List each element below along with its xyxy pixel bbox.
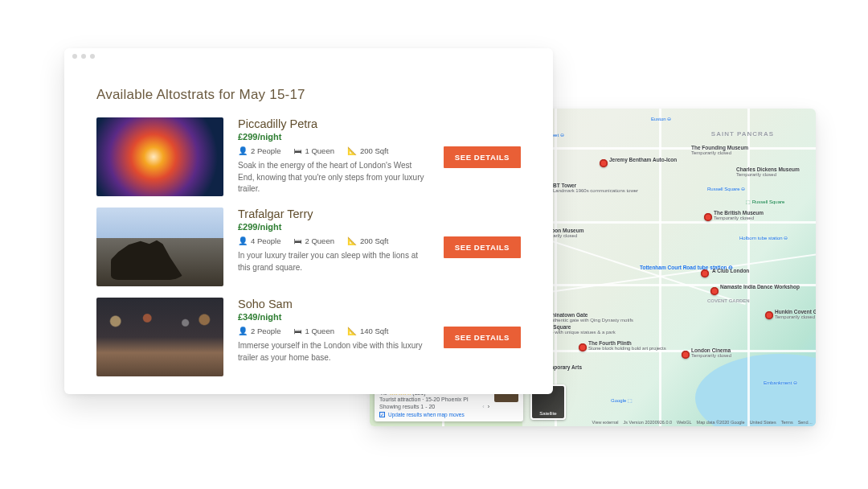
listing-price: £349/night xyxy=(238,312,429,322)
listing-name[interactable]: Trafalgar Terry xyxy=(238,208,429,220)
map-attribution: View external Js Version 20200926.0.0 We… xyxy=(592,420,813,425)
map-pin[interactable] xyxy=(765,311,773,319)
ruler-icon: 📐 xyxy=(347,146,357,155)
map-pin[interactable] xyxy=(704,213,712,221)
ruler-icon: 📐 xyxy=(347,327,357,335)
spec-people: 👤4 People xyxy=(238,236,281,245)
listing-desc: In your luxury trailer you can sleep wit… xyxy=(238,250,429,273)
spec-bed: 🛏1 Queen xyxy=(294,327,334,335)
listing-desc: Immerse yourself in the London vibe with… xyxy=(238,340,429,364)
next-icon[interactable]: › xyxy=(488,404,489,409)
spec-size: 📐200 Sqft xyxy=(347,236,388,245)
maximize-icon[interactable] xyxy=(90,54,95,59)
attrib-country: United States xyxy=(750,420,776,425)
spec-people: 👤2 People xyxy=(238,327,281,335)
spec-size: 📐200 Sqft xyxy=(347,146,388,155)
spec-bed: 🛏2 Queen xyxy=(294,236,334,245)
map-poi-bentham[interactable]: Jeremy Bentham Auto-Icon xyxy=(609,157,677,162)
minimize-icon[interactable] xyxy=(81,54,86,59)
map-poi-russell[interactable]: Russell Square ⊖ xyxy=(707,187,745,192)
close-icon[interactable] xyxy=(72,54,77,59)
map-poi-hunkin[interactable]: Hunkin Covent Gar…Temporarily closed xyxy=(775,309,816,320)
ruler-icon: 📐 xyxy=(347,236,357,245)
map-area-saint-pancras: SAINT PANCRAS xyxy=(711,131,774,138)
map-poi-namaste[interactable]: Namaste India Dance Workshop xyxy=(720,284,800,290)
attrib-terms[interactable]: Terms xyxy=(781,420,793,425)
listing-desc: Soak in the energy of the heart of Londo… xyxy=(238,160,429,195)
map-poi-covent[interactable]: COVENT GARDEN xyxy=(707,298,750,304)
bed-icon: 🛏 xyxy=(294,146,302,155)
prev-icon[interactable]: ‹ xyxy=(482,404,484,409)
see-details-button[interactable]: SEE DETAILS xyxy=(444,327,521,348)
bed-icon: 🛏 xyxy=(294,327,302,335)
map-pin[interactable] xyxy=(600,159,608,167)
page-title: Available Altostrats for May 15-17 xyxy=(96,87,521,103)
attrib-webgl: WebGL xyxy=(677,420,692,425)
attrib-version: Js Version 20200926.0.0 xyxy=(624,420,673,425)
listing-price: £299/night xyxy=(238,222,429,232)
listing-name[interactable]: Soho Sam xyxy=(238,298,429,310)
map-pin[interactable] xyxy=(579,343,587,351)
map-poi-dickens[interactable]: Charles Dickens MuseumTemporarily closed xyxy=(736,166,800,178)
spec-size: 📐140 Sqft xyxy=(347,327,388,335)
attrib-feedback[interactable]: Send… xyxy=(798,420,813,425)
attrib-view-external[interactable]: View external xyxy=(592,420,619,425)
map-poi-google[interactable]: Google ⬚ xyxy=(611,398,633,404)
map-poi-holborn[interactable]: Holborn tube station ⊖ xyxy=(739,236,788,241)
person-icon: 👤 xyxy=(238,236,248,245)
result-type: Tourist attraction · 15-20 Phoenix Pl xyxy=(379,397,489,402)
result-showing: Showing results 1 - 20 xyxy=(379,404,435,409)
map-pin[interactable] xyxy=(710,287,719,295)
map-poi-london-cinema[interactable]: London CinemaTemporarily closed xyxy=(691,347,731,359)
map-poi-british-mus[interactable]: The British MuseumTemporarily closed xyxy=(714,210,764,221)
listing-name[interactable]: Piccadilly Petra xyxy=(238,117,429,130)
listing-row: Soho Sam £349/night 👤2 People 🛏1 Queen 📐… xyxy=(96,298,521,376)
window-controls xyxy=(72,54,95,59)
map-pin[interactable] xyxy=(701,269,709,277)
listings-window: Available Altostrats for May 15-17 Picca… xyxy=(64,48,553,394)
person-icon: 👤 xyxy=(238,146,248,155)
map-poi-embankment[interactable]: Embankment ⊖ xyxy=(764,380,797,386)
spec-bed: 🛏1 Queen xyxy=(294,146,334,155)
map-poi-founding[interactable]: The Founding MuseumTemporarily closed xyxy=(691,145,748,156)
map-pin[interactable] xyxy=(682,351,690,359)
listing-thumb[interactable] xyxy=(96,117,223,196)
map-poi-bt[interactable]: BT TowerLandmark 1960s communications to… xyxy=(553,183,638,194)
listing-thumb[interactable] xyxy=(96,208,223,286)
bed-icon: 🛏 xyxy=(294,236,302,245)
checkbox-icon: ✓ xyxy=(379,412,385,417)
spec-people: 👤2 People xyxy=(238,146,281,155)
listing-row: Trafalgar Terry £299/night 👤4 People 🛏2 … xyxy=(96,208,521,286)
map-poi-club[interactable]: A Club London xyxy=(712,268,749,273)
map-poi-russell-sq[interactable]: ⬚ Russell Square xyxy=(746,199,784,205)
listing-price: £299/night xyxy=(238,132,429,142)
attrib-mapdata: Map data ©2020 Google xyxy=(697,420,745,425)
listing-thumb[interactable] xyxy=(96,298,223,376)
map-poi-euston[interactable]: Euston ⊖ xyxy=(651,117,671,122)
map-poi-fourth[interactable]: The Fourth PlinthStone block holding bol… xyxy=(588,340,666,351)
see-details-button[interactable]: SEE DETAILS xyxy=(444,236,521,258)
map-poi-chinatown[interactable]: Chinatown GateAuthentic gate with Qing D… xyxy=(548,312,633,323)
listing-row: Piccadilly Petra £299/night 👤2 People 🛏1… xyxy=(96,117,521,196)
see-details-button[interactable]: SEE DETAILS xyxy=(444,146,521,168)
update-map-checkbox[interactable]: ✓ Update results when map moves xyxy=(379,412,489,417)
person-icon: 👤 xyxy=(238,327,248,335)
